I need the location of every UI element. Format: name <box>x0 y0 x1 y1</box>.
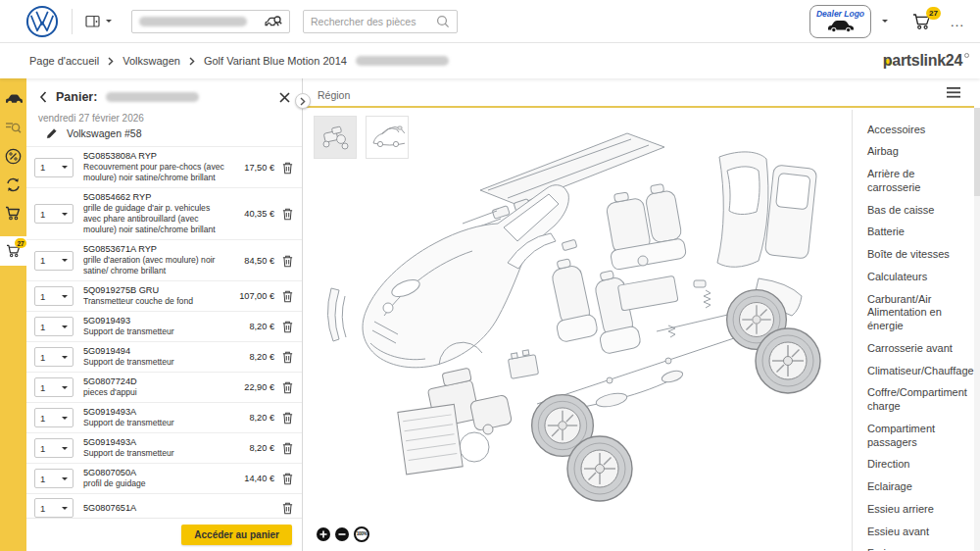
search-parts-icon[interactable] <box>5 119 23 136</box>
category-item[interactable]: Batterie <box>867 222 970 244</box>
vehicle-icon[interactable] <box>5 90 23 108</box>
close-icon[interactable] <box>279 92 290 103</box>
active-cart-panel-tab[interactable]: 27 <box>0 236 26 266</box>
item-price: 40,35 € <box>229 209 274 219</box>
category-item[interactable]: Direction <box>867 454 970 476</box>
quantity-select[interactable]: 1 <box>34 317 74 336</box>
item-price: 22,90 € <box>229 382 274 392</box>
quantity-select[interactable]: 1 <box>34 438 74 458</box>
category-item[interactable]: Climatiseur/Chauffage <box>867 360 970 382</box>
top-header: Dealer Logo 27 … <box>0 0 980 43</box>
chevron-down-icon <box>106 20 112 25</box>
delete-item-button[interactable] <box>281 289 294 303</box>
chevron-down-icon <box>62 507 68 513</box>
category-item[interactable]: Carburant/Air Alimentation en énergie <box>867 288 970 337</box>
zoom-in-button[interactable] <box>317 527 330 541</box>
go-to-cart-button[interactable]: Accéder au panier <box>181 525 292 545</box>
catalog-icon <box>85 15 101 28</box>
category-item[interactable]: Bas de caisse <box>867 199 970 222</box>
parts-search-field[interactable] <box>303 10 458 33</box>
quantity-value: 1 <box>40 352 45 363</box>
category-item[interactable]: Airbag <box>867 141 970 164</box>
category-item[interactable]: Boîte de vitesses <box>867 244 970 267</box>
part-description: Transmetteur couche de fond <box>83 296 225 307</box>
thumbnail-body-view[interactable] <box>366 116 409 159</box>
quantity-select[interactable]: 1 <box>34 469 74 488</box>
delete-item-button[interactable] <box>281 320 294 333</box>
part-number: 5G0919493A <box>83 407 225 418</box>
cart-panel-header: Panier: <box>26 78 302 106</box>
delete-item-button[interactable] <box>281 472 294 485</box>
category-item[interactable]: Carrosserie avant <box>867 337 970 360</box>
quantity-select[interactable]: 1 <box>34 204 74 224</box>
quantity-value: 1 <box>40 322 45 332</box>
quantity-select[interactable]: 1 <box>34 251 74 271</box>
vw-logo[interactable] <box>25 5 59 38</box>
edit-pencil-icon[interactable] <box>46 127 58 139</box>
quantity-select[interactable]: 1 <box>34 286 74 306</box>
search-icon[interactable] <box>436 15 450 28</box>
delete-item-button[interactable] <box>281 350 294 364</box>
scrollbar-thumb[interactable] <box>974 108 980 196</box>
quantity-select[interactable]: 1 <box>34 498 74 518</box>
cart-icon[interactable] <box>5 204 23 222</box>
category-item[interactable]: Eclairage <box>867 476 970 499</box>
region-menu-tab[interactable] <box>933 78 974 106</box>
dealer-logo-button[interactable]: Dealer Logo <box>809 5 871 38</box>
category-item[interactable]: Accessoires <box>867 119 970 141</box>
breadcrumb-brand[interactable]: Volkswagen <box>122 55 180 67</box>
header-cart-button[interactable]: 27 <box>912 13 933 30</box>
chevron-down-icon <box>62 477 68 483</box>
delete-item-button[interactable] <box>281 254 294 268</box>
cart-item-row: 1 5G0807724D pieces d'appui 22,90 € <box>26 373 302 403</box>
category-item[interactable]: Compartiment passagers <box>867 418 970 454</box>
delete-item-button[interactable] <box>281 441 294 455</box>
catalog-menu-button[interactable] <box>85 15 112 28</box>
category-item[interactable]: Essieu avant <box>867 521 970 543</box>
part-number: 5G0919493A <box>83 437 225 448</box>
cart-item-row: 1 5G0919493A Support de transmetteur 8,2… <box>26 403 302 433</box>
quantity-select[interactable]: 1 <box>34 408 74 427</box>
quantity-value: 1 <box>40 291 45 302</box>
returns-exchange-icon[interactable] <box>5 175 23 193</box>
car-search-icon[interactable] <box>265 15 282 28</box>
body-thumb-icon <box>369 124 405 151</box>
item-price: 14,40 € <box>229 474 274 483</box>
item-price: 107,00 € <box>229 291 274 301</box>
delete-item-button[interactable] <box>281 501 294 515</box>
category-item[interactable]: Freins <box>867 543 970 551</box>
zoom-out-button[interactable] <box>335 527 349 541</box>
category-item[interactable]: Arrière de carrosserie <box>867 164 970 200</box>
quantity-select[interactable]: 1 <box>34 158 74 177</box>
parts-search-input[interactable] <box>311 16 436 27</box>
item-info: 5G0853671A RYP grille d'aeration (avec m… <box>74 244 229 276</box>
dealer-dropdown-caret[interactable] <box>882 20 888 25</box>
chevron-down-icon <box>62 356 68 362</box>
chevron-right-icon <box>300 97 306 106</box>
breadcrumb-home[interactable]: Page d'accueil <box>29 55 99 67</box>
delete-item-button[interactable] <box>281 380 294 394</box>
item-info: 5G0853808A RYP Recouvrement pour pare-ch… <box>74 151 229 183</box>
category-item[interactable]: Calculateurs <box>867 266 970 288</box>
item-price: 8,20 € <box>229 322 274 331</box>
exploded-diagram-stage <box>316 114 850 508</box>
quantity-select[interactable]: 1 <box>34 377 74 397</box>
discount-icon[interactable] <box>5 147 23 165</box>
delete-item-button[interactable] <box>281 411 294 425</box>
category-item[interactable]: Coffre/Compartiment charge <box>867 382 970 419</box>
exploded-car-diagram[interactable] <box>316 114 850 508</box>
cart-panel-title: Panier: <box>56 90 97 104</box>
delete-item-button[interactable] <box>281 161 294 175</box>
collapse-panel-toggle[interactable] <box>295 93 311 109</box>
thumbnail-chassis-view[interactable] <box>314 116 357 159</box>
vin-search-input[interactable] <box>131 10 290 33</box>
back-icon[interactable] <box>39 91 47 103</box>
header-actions: Dealer Logo 27 … <box>809 5 965 38</box>
zoom-reset-button[interactable]: 100% <box>354 526 369 542</box>
more-menu-button[interactable]: … <box>950 13 965 29</box>
delete-item-button[interactable] <box>281 207 294 221</box>
quantity-select[interactable]: 1 <box>34 347 74 367</box>
breadcrumb-model[interactable]: Golf Variant Blue Motion 2014 <box>204 55 347 67</box>
region-title: Région <box>318 89 350 101</box>
category-item[interactable]: Essieu arriere <box>867 498 970 521</box>
